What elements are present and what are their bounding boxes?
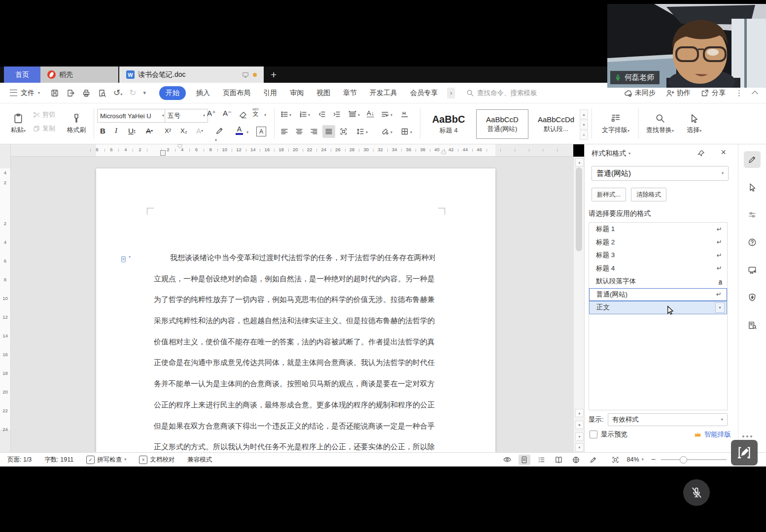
text-effects-button[interactable]: A▾ [196,127,203,135]
style-list-item[interactable]: 标题 1↵ [589,223,727,236]
proofread-button[interactable]: × 文档校对 [139,456,174,464]
underline-button[interactable]: U▾ [128,127,136,135]
decrease-indent-icon[interactable] [317,110,326,119]
first-line-indent-marker[interactable] [177,145,182,148]
left-indent-marker[interactable] [160,150,166,156]
screen-annotate-button[interactable] [731,440,758,466]
sort-button[interactable]: A↓ [367,109,374,117]
service-button[interactable] [744,262,761,278]
select-button[interactable]: 选择▾ [680,108,708,139]
webcam-video[interactable]: 何磊老师 [607,4,766,88]
text-direction-icon[interactable] [348,110,357,119]
menu-item[interactable]: 审阅 [283,86,310,100]
superscript-button[interactable]: X² [165,127,171,134]
print-icon[interactable] [82,89,91,98]
current-style-select[interactable]: 普通(网站) ▾ [592,166,729,181]
copy-button[interactable]: 复制 [33,124,55,133]
menu-item[interactable]: 会员专享 [404,86,444,100]
read-mode-button[interactable] [553,455,565,465]
horizontal-ruler[interactable]: 8642246810121416182022242628303234363840… [11,144,573,157]
pin-panel-icon[interactable] [697,149,705,158]
browse-object-icon[interactable]: ● [575,421,584,429]
menu-more-button[interactable]: › [447,88,455,99]
style-list-item[interactable]: 默认段落字体a [589,275,727,288]
highlight-color-button[interactable]: ▾ [215,126,224,143]
font-name-select[interactable]: Microsoft YaHei U▾ [97,109,167,123]
document-line[interactable]: 我想谈谈绪论中当今变革和过渡时代法哲学的任务，对于法哲学的任务存在两种对 [154,247,435,268]
tab-docer[interactable]: 稻壳 [40,66,118,83]
character-border-button[interactable]: A [256,127,266,136]
document-text[interactable]: 我想谈谈绪论中当今变革和过渡时代法哲学的任务，对于法哲学的任务存在两种对立观点，… [154,247,435,458]
undo-icon[interactable]: ↺▾ [113,88,122,98]
close-panel-icon[interactable]: × [721,147,726,158]
new-style-button[interactable]: 新样式... [592,188,626,201]
reference-button[interactable] [744,317,761,333]
zoom-slider[interactable] [661,459,727,460]
italic-button[interactable]: I [115,127,117,135]
format-painter-button[interactable]: 格式刷 [63,108,90,139]
style-list-item[interactable]: 标题 4↵ [589,262,727,275]
style-list-item[interactable]: 普通(网站)↵ [589,288,727,301]
compat-mode-label[interactable]: 兼容模式 [187,456,212,464]
font-size-select[interactable]: 五号▾ [165,109,208,123]
font-color-button[interactable]: A [236,126,243,135]
document-line[interactable]: 正使命是在沟通中形成意见传达共同体，就是主体间合意商谈。我认为法哲学的时代任 [154,352,435,373]
clear-format-icon[interactable] [238,110,247,119]
style-gallery-item[interactable]: AaBbC标题 4 [423,110,474,138]
show-filter-select[interactable]: 有效样式 ▾ [608,413,728,426]
page-view-button[interactable] [519,455,530,465]
document-line[interactable]: 立观点，一种是创设绝对的命题，例如自然法，是一种绝对的超时代的内容。另一种是 [154,268,435,290]
annotate-pen-button[interactable] [744,151,761,168]
tab-stops-icon[interactable] [400,110,409,119]
borders-icon[interactable] [400,127,409,136]
pinyin-guide-button[interactable]: wén文 [252,107,259,117]
menu-item[interactable]: 章节 [337,86,363,100]
redo-icon[interactable]: ↻ [129,88,136,98]
paragraph-layout-icon[interactable]: ▾ [120,255,131,264]
vertical-ruler[interactable]: 4224681012141618202224 [0,144,11,452]
help-button[interactable] [744,234,761,251]
gallery-scroll-up-icon[interactable]: ▴ [580,109,588,119]
menu-item[interactable]: 页面布局 [216,86,257,100]
select-tool-button[interactable] [744,179,761,196]
export-icon[interactable] [66,89,75,98]
collapse-ribbon-icon[interactable] [752,91,758,97]
numbered-list-icon[interactable] [299,110,308,119]
file-menu-button[interactable]: 文件 ▾ [10,89,40,98]
shading-icon[interactable] [381,127,389,136]
wrap-marks-icon[interactable] [381,110,389,119]
bold-button[interactable]: B [100,127,105,135]
scroll-down-icon[interactable]: ▾ [575,443,584,452]
menu-item[interactable]: 开发工具 [363,86,404,100]
document-page[interactable]: ▾ 我想谈谈绪论中当今变革和过渡时代法哲学的任务，对于法哲学的任务存在两种对立观… [96,168,495,452]
fit-page-button[interactable] [610,455,622,465]
ink-button[interactable] [588,455,599,465]
new-tab-button[interactable]: + [264,66,283,83]
paste-button[interactable]: 粘贴▾ [7,108,30,139]
document-line[interactable]: 公正的程序上来进行民主的商谈，最终形成合意。更多体现的程序的规制和程序的公正， [154,395,435,416]
style-gallery-item[interactable]: AaBbCcD普通(网站) [476,109,528,139]
cut-button[interactable]: 剪切 [33,110,55,119]
strikethrough-button[interactable]: A▾ [146,127,153,135]
sync-status-button[interactable]: 未同步 [624,89,656,98]
more-options-icon[interactable]: ⋮ [735,89,743,98]
eye-protect-button[interactable] [501,455,513,465]
smart-typeset-button[interactable]: 智能排版 [694,430,731,439]
menu-item[interactable]: 插入 [190,86,216,100]
web-view-button[interactable] [570,455,582,465]
document-line[interactable]: 采形式纯粹性和法的内容，也超越自然法和法律实证主义。但是拉德布鲁赫的法哲学的 [154,310,435,332]
menu-item[interactable]: 引用 [257,86,283,100]
gallery-more-icon[interactable]: ≡ [580,130,588,140]
style-gallery-item[interactable]: AaBbCcDd默认段... [530,110,582,138]
styles-panel-title[interactable]: 样式和格式 ▾ [592,149,630,158]
toolbar-options-icon[interactable]: ▾ [143,90,146,96]
find-replace-button[interactable]: 查找替换▾ [642,108,678,139]
adjust-tool-button[interactable] [744,206,761,223]
document-scrollbar[interactable]: ▴ ▴ ● ▾ ▾ [573,157,584,452]
menu-item[interactable]: 开始 [159,86,186,100]
align-justify-button[interactable] [322,125,335,138]
style-list-item[interactable]: 标题 2↵ [589,236,727,249]
menu-item[interactable]: 视图 [310,86,337,100]
page-indicator[interactable]: 页面: 1/3 [7,456,32,464]
document-line[interactable]: 价值相对主义，使价值不能存在唯一的答案，法的内容被武断了。作者提出法哲学的真 [154,332,435,353]
